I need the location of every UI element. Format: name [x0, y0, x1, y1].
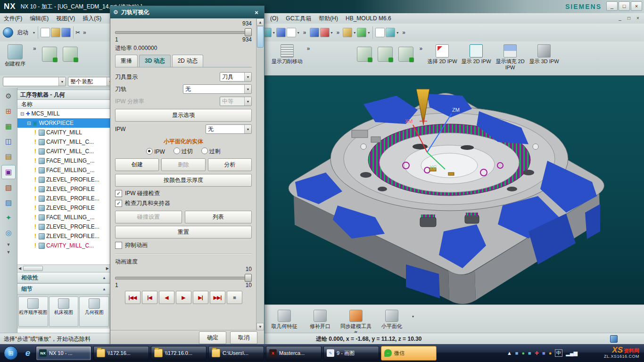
measure-icon[interactable] [375, 28, 385, 37]
window-cascade-icon[interactable] [310, 28, 319, 37]
tree-item-operation[interactable]: !CAVITY_MILL_C... [17, 147, 110, 156]
tree-item-operation[interactable]: !ZLEVEL_PROFILE... [17, 222, 110, 231]
check-tool-holder-row[interactable]: ✓ 检查刀具和夹持器 [115, 198, 252, 208]
tray-icon[interactable]: ■ [515, 350, 519, 356]
open-file-icon[interactable] [51, 28, 60, 37]
tree-item-workpiece[interactable]: ⊟ ▣ WORKPIECE [17, 118, 110, 128]
strip-down-arrow-icon[interactable]: ▼ [0, 242, 17, 247]
task-nx[interactable]: NX NX 10 - ... [36, 346, 91, 361]
dialog-close-icon[interactable]: × [252, 8, 261, 16]
minimize-icon[interactable]: _ [606, 1, 618, 11]
overflow-icon[interactable]: » [33, 45, 36, 52]
constraint-navigator-icon[interactable]: ▦ [2, 120, 15, 133]
slider-thumb[interactable] [245, 274, 252, 282]
tree-item-operation[interactable]: !FACE_MILLING_... [17, 156, 110, 165]
ipw-collision-check-row[interactable]: ✓ IPW 碰撞检查 [115, 189, 252, 198]
tab-2d-dynamic[interactable]: 2D 动态 [172, 55, 204, 67]
horizontal-scrollbar[interactable]: ◀ ▶ [17, 264, 110, 272]
tree-item-operation[interactable]: !ZLEVEL_PROFILE [17, 203, 110, 213]
overflow-icon[interactable]: » [337, 29, 340, 36]
column-header-name[interactable]: 名称 [17, 100, 110, 109]
menu-edit[interactable]: 编辑(E) [26, 14, 52, 24]
menu-tools[interactable]: (O) [266, 14, 282, 23]
orient-view-icon[interactable] [276, 28, 286, 37]
close-icon[interactable]: × [631, 1, 642, 11]
collapse-icon[interactable]: ⊟ [20, 111, 24, 116]
overflow-icon[interactable]: » [402, 29, 405, 36]
thickness-by-color-button[interactable]: 按颜色显示厚度 [115, 174, 252, 187]
extract-geometry-button[interactable]: 取几何特征 [268, 305, 301, 330]
start-button[interactable]: ⊞ [4, 346, 18, 360]
assembly-navigator-icon[interactable]: ⊞ [2, 105, 15, 118]
toolpath-position-slider[interactable] [115, 28, 252, 36]
check-gouge-button[interactable] [396, 44, 416, 72]
scroll-left-icon[interactable]: ◀ [18, 266, 21, 271]
create-program-button[interactable]: 创建程序 [0, 41, 30, 67]
overflow-icon[interactable]: » [303, 29, 306, 36]
play-button[interactable]: ▶ [176, 291, 191, 304]
show-filled-2d-ipw-button[interactable]: 显示填充 2D IPW [493, 41, 527, 71]
maximize-icon[interactable]: □ [619, 1, 630, 11]
menu-gc-toolbox[interactable]: GC工具箱 [282, 14, 315, 24]
radio-gouge[interactable]: 过切 [173, 148, 193, 156]
overflow-icon[interactable]: » [83, 29, 86, 36]
collision-settings-button[interactable]: 碰撞设置 [115, 211, 182, 223]
patch-opening-button[interactable]: 修补开口 [304, 305, 337, 330]
scrollbar-thumb[interactable] [23, 266, 43, 271]
part-navigator-icon[interactable]: ◫ [2, 135, 15, 148]
scroll-up-icon[interactable]: ▲ [256, 18, 264, 26]
child-restore-icon[interactable]: □ [625, 14, 633, 22]
operation-navigator-icon[interactable]: ▣ [1, 165, 16, 179]
machine-tool-view-button[interactable]: 机床视图 [49, 296, 79, 327]
tree-item-operation[interactable]: !CAVITY_MILL_C... [17, 241, 110, 250]
task-wechat[interactable]: ·· 微信 [381, 346, 437, 361]
effects-icon[interactable] [357, 28, 366, 37]
radio-excess[interactable]: 过剩 [201, 148, 221, 156]
chevron-down-icon[interactable]: ▾ [412, 314, 414, 319]
network-icon[interactable]: ▂▄▆ [566, 350, 578, 356]
cut-icon[interactable]: ✂ [75, 29, 80, 36]
section-details[interactable]: 细节 ▲ [17, 283, 110, 295]
new-file-icon[interactable] [41, 28, 50, 37]
status-icon[interactable] [610, 335, 618, 343]
tree-item-operation[interactable]: !FACE_MILLING_... [17, 213, 110, 222]
create-button[interactable]: 创建 [115, 158, 159, 171]
generate-toolpath-button[interactable] [39, 44, 60, 72]
tray-icon[interactable]: ■ [542, 350, 545, 356]
overflow-icon[interactable]: » [307, 45, 310, 52]
facet-button[interactable]: 小平面化 [375, 305, 408, 330]
child-minimize-icon[interactable]: _ [616, 14, 624, 22]
check-geometry-button[interactable] [375, 44, 396, 72]
check-tool-button[interactable] [354, 44, 375, 72]
display-mode-icon[interactable] [287, 28, 296, 37]
reuse-library-icon[interactable]: ▤ [2, 150, 15, 163]
tree-item-operation[interactable]: !CAVITY_MILL [17, 128, 110, 137]
verify-toolpath-button[interactable] [60, 44, 81, 72]
show-2d-ipw-button[interactable]: 显示 2D IPW [459, 41, 493, 65]
section-dependencies[interactable]: 相依性 ▲ [17, 272, 110, 283]
dialog-titlebar[interactable]: ⚙ 刀轨可视化 × [110, 6, 264, 18]
slider-thumb[interactable] [245, 28, 252, 36]
measure-distance-icon[interactable] [386, 28, 395, 37]
tab-3d-dynamic[interactable]: 3D 动态 [139, 55, 171, 67]
list-button[interactable]: 列表 [185, 211, 252, 223]
tab-replay[interactable]: 重播 [115, 55, 138, 67]
dialog-scrollbar[interactable]: ▲ ▼ [256, 18, 264, 330]
slider-track[interactable] [115, 277, 252, 280]
slider-track[interactable] [115, 31, 252, 34]
selection-scope-combo[interactable]: 整个装配 ▼ [68, 77, 114, 86]
stop-button[interactable]: ■ [227, 291, 242, 304]
toolpath-combo[interactable]: 无 ▼ [183, 84, 252, 94]
scrollbar-thumb[interactable] [257, 26, 264, 48]
collapse-icon[interactable]: ⊟ [27, 121, 31, 126]
display-options-button[interactable]: 显示选项 [115, 109, 252, 122]
snapshot-icon[interactable] [320, 28, 330, 37]
strip-down-arrow-icon[interactable]: ▼ [0, 250, 17, 255]
task-network-folder-2[interactable]: \\172.16.0... [151, 346, 206, 361]
gear-icon[interactable]: ⚙ [2, 90, 15, 103]
visual-reports-icon[interactable]: ✦ [2, 211, 15, 224]
tray-icon[interactable]: ■ [528, 350, 531, 356]
geometry-view-button[interactable]: 几何视图 [79, 296, 109, 327]
ipw-combo[interactable]: 无 ▼ [206, 124, 252, 134]
cancel-button[interactable]: 取消 [230, 331, 257, 344]
